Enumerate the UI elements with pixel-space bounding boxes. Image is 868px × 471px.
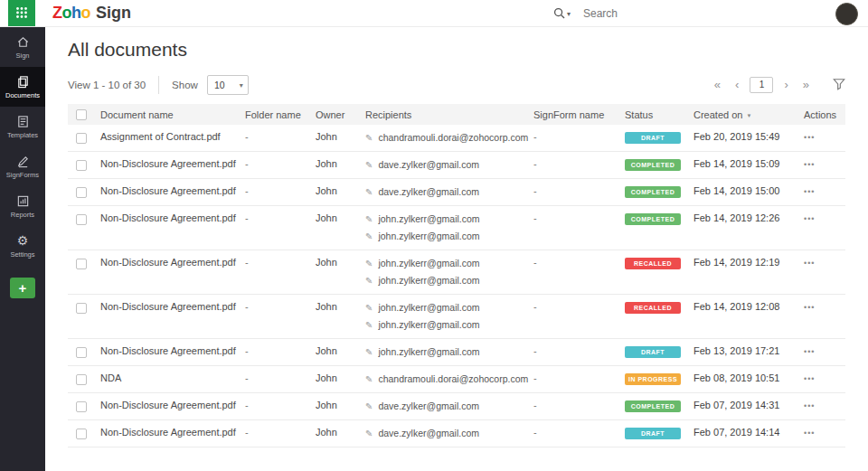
table-row[interactable]: NDA - John ✎chandramouli.dorai@zohocorp.… [68, 366, 845, 393]
owner-name: John [316, 398, 365, 413]
add-document-button[interactable]: + [10, 278, 35, 298]
more-actions-icon[interactable]: ••• [804, 401, 815, 410]
more-actions-icon[interactable]: ••• [804, 429, 815, 438]
col-owner[interactable]: Owner [316, 109, 365, 120]
document-name[interactable]: Non-Disclosure Agreement.pdf [100, 398, 245, 413]
document-name[interactable]: NDA [100, 371, 245, 386]
col-recipients[interactable]: Recipients [365, 109, 533, 120]
page-size-value: 10 [214, 80, 225, 90]
col-signform-name[interactable]: SignForm name [533, 109, 625, 120]
more-actions-icon[interactable]: ••• [804, 133, 815, 142]
document-name[interactable]: Non-Disclosure Agreement.pdf [100, 255, 245, 270]
folder-name: - [245, 129, 316, 145]
more-actions-icon[interactable]: ••• [804, 160, 815, 169]
recipients-cell: ✎chandramouli.dorai@zohocorp.com [365, 129, 533, 146]
search-scope-caret-icon[interactable]: ▾ [567, 10, 571, 18]
col-status[interactable]: Status [625, 109, 693, 120]
document-name[interactable]: Non-Disclosure Agreement.pdf [100, 425, 245, 440]
sidebar-item-documents[interactable]: Documents [0, 67, 45, 107]
sort-icon[interactable]: ▼ [746, 113, 751, 118]
search-input[interactable]: Search [583, 7, 618, 20]
document-name[interactable]: Non-Disclosure Agreement.pdf [100, 344, 245, 359]
more-actions-icon[interactable]: ••• [804, 374, 815, 383]
topbar: Z o h o Sign ▾ Search [0, 0, 868, 27]
pencil-icon: ✎ [365, 255, 373, 272]
document-name[interactable]: Non-Disclosure Agreement.pdf [100, 156, 245, 172]
sidebar-item-reports[interactable]: Reports [0, 186, 45, 226]
table-row[interactable]: Non-Disclosure Agreement.pdf - John ✎dav… [68, 179, 845, 206]
table-row[interactable]: Assignment of Contract.pdf - John ✎chand… [68, 125, 845, 152]
owner-name: John [316, 129, 365, 145]
table-row[interactable]: Non-Disclosure Agreement.pdf - John ✎joh… [68, 206, 845, 250]
more-actions-icon[interactable]: ••• [804, 303, 815, 312]
more-actions-icon[interactable]: ••• [804, 259, 815, 268]
select-all-checkbox[interactable] [76, 109, 87, 120]
document-name[interactable]: Non-Disclosure Agreement.pdf [100, 184, 245, 199]
document-name[interactable]: Assignment of Contract.pdf [100, 129, 245, 145]
caret-down-icon: ▾ [240, 81, 243, 89]
table-row[interactable]: Non-Disclosure Agreement.pdf - John ✎dav… [68, 393, 845, 420]
document-name[interactable]: Non-Disclosure Agreement.pdf [100, 299, 245, 315]
table-row[interactable]: Non-Disclosure Agreement.pdf - John ✎joh… [68, 295, 845, 339]
row-checkbox[interactable] [76, 259, 87, 269]
col-created-on[interactable]: Created on▼ [693, 109, 804, 120]
table-row[interactable]: Non-Disclosure Agreement.pdf - John ✎joh… [68, 339, 845, 366]
recipients-cell: ✎dave.zylker@gmail.com [365, 425, 533, 442]
row-checkbox[interactable] [76, 401, 87, 412]
folder-name: - [245, 299, 316, 315]
row-checkbox[interactable] [76, 214, 87, 225]
search-bar[interactable]: ▾ Search [553, 0, 618, 27]
folder-name: - [245, 398, 316, 413]
row-checkbox[interactable] [76, 187, 87, 198]
sidebar-item-label: Templates [7, 131, 38, 139]
page-number-input[interactable]: 1 [750, 77, 773, 93]
created-on: Feb 07, 2019 14:31 [693, 398, 804, 413]
more-actions-icon[interactable]: ••• [804, 214, 815, 223]
app-launcher-button[interactable] [8, 0, 35, 26]
toolbar-divider [158, 76, 159, 94]
recipient-email: john.zylkerr@gmail.com [378, 299, 479, 316]
row-checkbox[interactable] [76, 429, 87, 439]
owner-name: John [316, 425, 365, 440]
created-on: Feb 14, 2019 15:09 [693, 156, 804, 172]
more-actions-icon[interactable]: ••• [804, 347, 815, 356]
signform-name: - [533, 344, 625, 359]
table-row[interactable]: Non-Disclosure Agreement.pdf - John ✎dav… [68, 420, 845, 447]
sidebar-item-templates[interactable]: Templates [0, 107, 45, 146]
col-created-on-label: Created on [693, 109, 742, 120]
recipient-email: john.zylkerr@gmail.com [378, 272, 479, 289]
sidebar-item-label: Documents [5, 91, 40, 99]
sidebar-item-sign[interactable]: Sign [0, 27, 45, 67]
prev-page-icon[interactable]: ‹ [728, 77, 746, 93]
table-row[interactable]: Non-Disclosure Agreement.pdf - John ✎dav… [68, 152, 845, 179]
pencil-icon: ✎ [365, 398, 373, 415]
row-checkbox[interactable] [76, 374, 87, 385]
folder-name: - [245, 255, 316, 270]
next-page-icon[interactable]: › [777, 77, 795, 93]
more-actions-icon[interactable]: ••• [804, 187, 815, 196]
sidebar-item-label: Settings [10, 250, 34, 259]
status-badge: COMPLETED [625, 213, 681, 225]
row-checkbox[interactable] [76, 303, 87, 314]
row-checkbox[interactable] [76, 133, 87, 144]
owner-name: John [316, 156, 365, 172]
recipient-email: john.zylkerr@gmail.com [378, 344, 479, 361]
table-row[interactable]: Non-Disclosure Agreement.pdf - John ✎joh… [68, 250, 845, 295]
row-checkbox[interactable] [76, 160, 87, 171]
sidebar-item-signforms[interactable]: SignForms [0, 146, 45, 186]
document-name[interactable]: Non-Disclosure Agreement.pdf [100, 211, 245, 226]
last-page-icon[interactable]: » [796, 77, 816, 93]
user-avatar[interactable] [835, 3, 858, 25]
col-document-name[interactable]: Document name [100, 109, 245, 120]
pencil-icon: ✎ [365, 211, 373, 228]
row-checkbox[interactable] [76, 347, 87, 358]
created-on: Feb 14, 2019 12:26 [693, 211, 804, 226]
first-page-icon[interactable]: « [707, 77, 728, 93]
brand-logo[interactable]: Z o h o Sign [52, 4, 131, 23]
sidebar-item-settings[interactable]: ⚙ Settings [0, 226, 45, 266]
created-on: Feb 14, 2019 12:19 [693, 255, 804, 270]
filter-button[interactable] [833, 78, 845, 92]
col-folder-name[interactable]: Folder name [245, 109, 316, 120]
page-size-select[interactable]: 10 ▾ [207, 75, 249, 95]
search-icon[interactable] [553, 7, 565, 21]
